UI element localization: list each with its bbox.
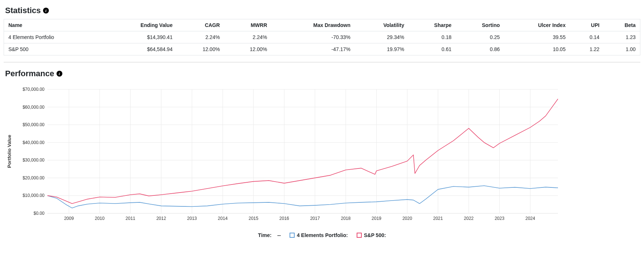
col-ending-value[interactable]: Ending Value <box>103 19 177 31</box>
svg-text:$40,000.00: $40,000.00 <box>23 140 44 145</box>
legend-series-1[interactable]: 4 Elements Portfolio: <box>290 232 348 238</box>
legend-time: Time: -- <box>258 232 281 238</box>
swatch-series-2 <box>357 233 362 238</box>
cell-max_drawdown: -47.17% <box>272 43 355 55</box>
swatch-series-1 <box>290 233 295 238</box>
legend-series-2[interactable]: S&P 500: <box>357 232 386 238</box>
col-sortino[interactable]: Sortino <box>456 19 504 31</box>
cell-ulcer: 10.05 <box>504 43 570 55</box>
svg-text:2010: 2010 <box>95 216 105 221</box>
cell-cagr: 12.00% <box>177 43 224 55</box>
cell-name: 4 Elements Portfolio <box>4 31 103 43</box>
cell-name: S&P 500 <box>4 43 103 55</box>
svg-text:$30,000.00: $30,000.00 <box>23 158 44 163</box>
performance-title: Performance i <box>5 69 639 78</box>
svg-text:$70,000.00: $70,000.00 <box>23 87 44 92</box>
col-upi[interactable]: UPI <box>570 19 604 31</box>
svg-text:$50,000.00: $50,000.00 <box>23 122 44 127</box>
cell-sharpe: 0.18 <box>408 31 456 43</box>
cell-mwrr: 12.00% <box>224 43 272 55</box>
svg-text:2020: 2020 <box>402 216 412 221</box>
cell-volatility: 29.34% <box>355 31 409 43</box>
info-icon[interactable]: i <box>57 71 62 77</box>
performance-title-text: Performance <box>5 69 54 78</box>
cell-upi: 1.22 <box>570 43 604 55</box>
svg-text:2023: 2023 <box>494 216 504 221</box>
cell-ending_value: $14,390.41 <box>103 31 177 43</box>
svg-text:2009: 2009 <box>64 216 74 221</box>
info-icon[interactable]: i <box>43 8 49 13</box>
svg-text:$10,000.00: $10,000.00 <box>23 193 44 198</box>
cell-ending_value: $64,584.94 <box>103 43 177 55</box>
cell-beta: 1.23 <box>604 31 640 43</box>
section-divider <box>4 62 640 62</box>
chart-svg[interactable]: $0.00$10,000.00$20,000.00$30,000.00$40,0… <box>4 82 565 228</box>
col-cagr[interactable]: CAGR <box>177 19 224 31</box>
table-header-row: Name Ending Value CAGR MWRR Max Drawdown… <box>4 19 640 31</box>
cell-sortino: 0.25 <box>456 31 504 43</box>
table-row: 4 Elements Portfolio$14,390.412.24%2.24%… <box>4 31 640 43</box>
col-max-drawdown[interactable]: Max Drawdown <box>272 19 355 31</box>
svg-text:2013: 2013 <box>187 216 197 221</box>
table-row: S&P 500$64,584.9412.00%12.00%-47.17%19.9… <box>4 43 640 55</box>
statistics-title-text: Statistics <box>5 6 41 15</box>
cell-sortino: 0.86 <box>456 43 504 55</box>
svg-text:$0.00: $0.00 <box>34 211 44 216</box>
statistics-title: Statistics i <box>5 6 639 15</box>
svg-text:2012: 2012 <box>156 216 166 221</box>
cell-beta: 1.00 <box>604 43 640 55</box>
col-beta[interactable]: Beta <box>604 19 640 31</box>
svg-text:2011: 2011 <box>125 216 135 221</box>
chart-legend: Time: -- 4 Elements Portfolio: S&P 500: <box>4 232 640 238</box>
svg-text:2019: 2019 <box>372 216 381 221</box>
svg-text:2014: 2014 <box>218 216 228 221</box>
svg-text:2015: 2015 <box>249 216 259 221</box>
col-volatility[interactable]: Volatility <box>355 19 409 31</box>
cell-mwrr: 2.24% <box>224 31 272 43</box>
svg-text:2016: 2016 <box>279 216 289 221</box>
svg-text:2017: 2017 <box>310 216 320 221</box>
col-sharpe[interactable]: Sharpe <box>408 19 456 31</box>
cell-volatility: 19.97% <box>355 43 409 55</box>
svg-text:2022: 2022 <box>464 216 474 221</box>
svg-text:2021: 2021 <box>433 216 443 221</box>
statistics-table: Name Ending Value CAGR MWRR Max Drawdown… <box>4 19 640 55</box>
col-name[interactable]: Name <box>4 19 103 31</box>
cell-upi: 0.14 <box>570 31 604 43</box>
cell-max_drawdown: -70.33% <box>272 31 355 43</box>
col-ulcer[interactable]: Ulcer Index <box>504 19 570 31</box>
cell-cagr: 2.24% <box>177 31 224 43</box>
svg-text:2024: 2024 <box>525 216 535 221</box>
svg-text:2018: 2018 <box>341 216 351 221</box>
performance-chart[interactable]: $0.00$10,000.00$20,000.00$30,000.00$40,0… <box>4 82 640 229</box>
cell-ulcer: 39.55 <box>504 31 570 43</box>
cell-sharpe: 0.61 <box>408 43 456 55</box>
svg-text:Portfolio Value: Portfolio Value <box>7 135 12 168</box>
col-mwrr[interactable]: MWRR <box>224 19 272 31</box>
svg-text:$20,000.00: $20,000.00 <box>23 175 44 181</box>
svg-text:$60,000.00: $60,000.00 <box>23 105 44 110</box>
